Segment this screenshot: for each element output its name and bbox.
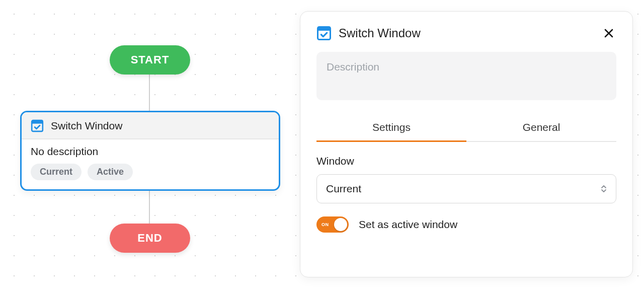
close-icon [604,28,614,38]
active-window-toggle[interactable]: ON [316,216,349,233]
node-header: Switch Window [22,112,279,139]
description-input[interactable] [316,52,616,100]
end-node-label: END [137,232,162,245]
window-field-label: Window [316,155,616,167]
panel-tabs: Settings General [316,114,616,142]
toggle-state-label: ON [321,222,329,227]
end-node[interactable]: END [110,224,190,253]
node-tag: Active [88,164,133,180]
tab-settings[interactable]: Settings [316,114,466,142]
flow-canvas[interactable]: START Switch Window No description Curre… [0,0,302,292]
flow-connector [149,75,150,111]
chevron-updown-icon [601,185,607,193]
active-window-toggle-label: Set as active window [359,218,457,231]
node-tag: Current [31,164,82,180]
node-body: No description Current Active [22,139,279,189]
node-tags: Current Active [31,164,270,180]
toggle-knob [334,218,347,231]
close-button[interactable] [601,26,616,41]
node-title: Switch Window [51,120,122,132]
panel-header: Switch Window [316,26,616,41]
window-select-value: Current [326,183,361,195]
tab-general[interactable]: General [466,114,616,142]
properties-panel: Switch Window Settings General Window Cu… [300,11,633,277]
window-icon [31,119,44,132]
flow-connector [149,186,150,225]
start-node-label: START [131,53,170,66]
window-icon [316,26,332,41]
start-node[interactable]: START [110,45,190,75]
flow-node-switch-window[interactable]: Switch Window No description Current Act… [20,111,280,191]
window-select[interactable]: Current [316,174,616,203]
panel-title: Switch Window [339,26,421,40]
active-window-toggle-row: ON Set as active window [316,216,616,233]
node-description: No description [31,145,270,158]
